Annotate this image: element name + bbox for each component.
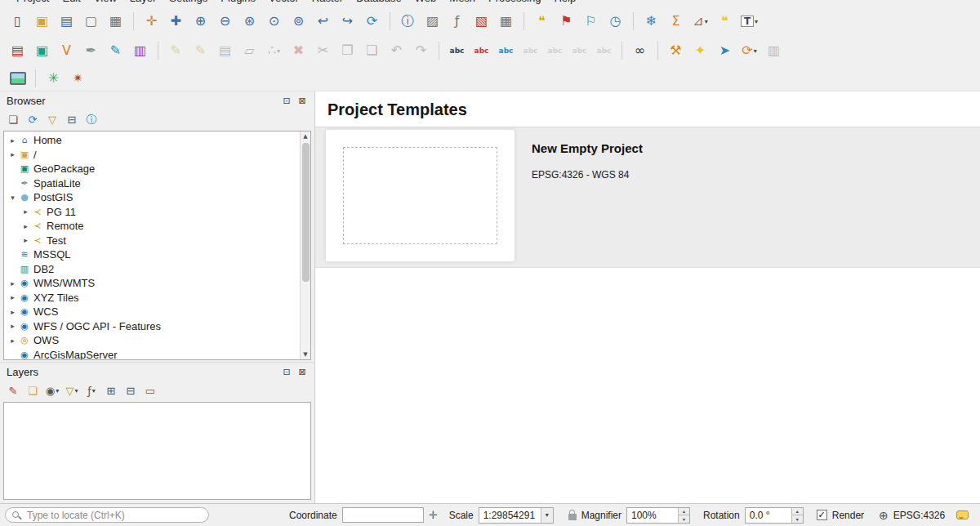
spin-down-icon[interactable]: ▾ (792, 515, 803, 523)
coordinate-input[interactable] (342, 507, 424, 523)
browser-item-spatialite[interactable]: ✒SpatiaLite (4, 176, 300, 191)
expand-arrow-icon[interactable]: ▸ (7, 279, 18, 288)
select-features-button[interactable]: ▨ (421, 11, 443, 33)
zoom-next-button[interactable]: ↪ (336, 11, 359, 33)
extent-icon[interactable]: ✛ (429, 509, 438, 521)
add-selected-layers-button[interactable]: ❏ (5, 111, 21, 127)
browser-item-wms-wmts[interactable]: ▸◉WMS/WMTS (4, 276, 300, 291)
sketch-tool-button[interactable]: ✦ (689, 40, 711, 62)
browser-item-remote[interactable]: ▸≺Remote (4, 219, 300, 234)
layer-labeling-button[interactable]: abc (446, 40, 468, 62)
template-thumbnail[interactable] (325, 129, 515, 262)
spin-up-icon[interactable]: ▴ (792, 508, 803, 515)
identify-features-button[interactable]: ⓘ (397, 11, 419, 33)
menu-plugins[interactable]: Plugins (214, 0, 262, 5)
browser-item-wcs[interactable]: ▸◉WCS (4, 305, 300, 319)
menu-web[interactable]: Web (408, 0, 443, 5)
new-shapefile-layer-button[interactable]: V (56, 40, 78, 62)
open-attribute-table-button[interactable]: ▦ (495, 11, 517, 33)
expand-arrow-icon[interactable]: ▸ (20, 222, 31, 230)
filter-by-expression-button[interactable]: ƒ▾ (83, 382, 100, 399)
osm-tools-button[interactable]: ⚒ (665, 40, 687, 62)
render-checkbox[interactable]: ✓ (817, 510, 827, 520)
zoom-to-selection-button[interactable]: ⊙ (263, 11, 285, 33)
menu-project[interactable]: Project (10, 0, 56, 5)
new-project-button[interactable]: ▯ (7, 11, 29, 33)
menu-processing[interactable]: Processing (482, 0, 547, 5)
browser-close-icon[interactable]: ⊠ (296, 95, 308, 106)
spin-down-icon[interactable]: ▾ (679, 515, 689, 523)
show-bookmarks-button[interactable]: ⚐ (580, 11, 602, 33)
browser-item-ows[interactable]: ▸◎OWS (4, 333, 300, 348)
menu-edit[interactable]: Edit (56, 0, 87, 5)
temporal-controller-button[interactable]: ◷ (604, 11, 626, 33)
browser-scrollbar[interactable]: ▲ ▼ (300, 132, 310, 359)
magnifier-spinner[interactable]: 100% ▴ ▾ (626, 507, 690, 524)
layers-float-icon[interactable]: ⊡ (281, 366, 292, 377)
menu-view[interactable]: View (87, 0, 123, 5)
expand-arrow-icon[interactable]: ▸ (7, 322, 18, 330)
zoom-last-button[interactable]: ↩ (312, 11, 334, 33)
browser-item-[interactable]: ▸▣/ (4, 148, 300, 163)
expand-arrow-icon[interactable]: ▸ (7, 337, 18, 345)
menu-settings[interactable]: Settings (163, 0, 214, 5)
expand-arrow-icon[interactable]: ▸ (7, 150, 18, 158)
zoom-full-button[interactable]: ⊛ (238, 11, 261, 33)
filter-legend-button[interactable]: ▽▾ (64, 382, 80, 399)
crs-globe-icon[interactable]: ⊕ (879, 509, 889, 522)
spin-up-icon[interactable]: ▴ (679, 508, 689, 515)
browser-item-wfs-ogc-api-features[interactable]: ▸◉WFS / OGC API - Features (4, 319, 300, 334)
new-geopackage-layer-button[interactable]: ▣ (31, 40, 53, 62)
browser-item-test[interactable]: ▸≺Test (4, 234, 300, 248)
reload-plugin-button[interactable]: ⟳▾ (738, 40, 760, 62)
menu-vector[interactable]: Vector (262, 0, 305, 5)
processing-toolbox-button[interactable]: ❄ (640, 11, 662, 33)
expand-arrow-icon[interactable]: ▸ (7, 136, 18, 145)
text-annotation-button[interactable]: T▾ (738, 11, 760, 33)
expand-arrow-icon[interactable]: ▸ (20, 236, 31, 244)
browser-item-postgis[interactable]: ▾●PostGIS (4, 190, 300, 205)
expand-arrow-icon[interactable]: ▸ (7, 293, 18, 301)
scale-dropdown-icon[interactable]: ▾ (541, 508, 553, 523)
layers-list-empty[interactable] (3, 402, 311, 500)
browser-item-db2[interactable]: ▥DB2 (4, 262, 300, 277)
zoom-in-button[interactable]: ⊕ (189, 11, 212, 33)
collapse-all-layers-button[interactable]: ⊟ (122, 382, 139, 399)
map-tips-button[interactable]: ❝ (531, 11, 553, 33)
filter-browser-button[interactable]: ▽ (44, 111, 60, 127)
new-temporary-scratch-layer-button[interactable]: ✎ (105, 40, 127, 62)
messages-icon[interactable] (956, 510, 969, 519)
expand-all-button[interactable]: ⊞ (103, 382, 119, 399)
collapse-all-button[interactable]: ⊟ (64, 111, 80, 127)
new-spatialite-layer-button[interactable]: ✒ (80, 40, 102, 62)
menu-database[interactable]: Database (350, 0, 408, 5)
browser-properties-button[interactable]: ⓘ (83, 111, 100, 127)
open-layer-styling-button[interactable]: ✎ (5, 382, 21, 399)
add-group-button[interactable]: ❏ (24, 382, 41, 399)
browser-item-home[interactable]: ▸⌂Home (4, 133, 300, 148)
menu-mesh[interactable]: Mesh (443, 0, 482, 5)
new-virtual-layer-button[interactable]: ▥ (129, 40, 151, 62)
pan-to-selection-button[interactable]: ✚ (165, 11, 187, 33)
expand-arrow-icon[interactable]: ▸ (7, 308, 18, 316)
new-bookmark-button[interactable]: ⚑ (555, 11, 577, 33)
scrollbar-thumb[interactable] (302, 143, 310, 282)
manage-map-themes-button[interactable]: ◉▾ (44, 382, 60, 399)
lock-icon[interactable] (568, 514, 577, 520)
expand-arrow-icon[interactable]: ▾ (7, 194, 18, 202)
browser-item-arcgismapserver[interactable]: ◉ArcGisMapServer (4, 348, 300, 360)
grass-edit-button[interactable]: ✴ (67, 67, 89, 89)
pin-labels-button[interactable]: abc (495, 40, 517, 62)
scale-combo[interactable]: 1:29854291 ▾ (479, 507, 554, 524)
map-preview-button[interactable] (7, 67, 29, 89)
scroll-down-icon[interactable]: ▼ (303, 350, 307, 359)
expand-arrow-icon[interactable]: ▸ (20, 207, 31, 216)
statistical-summary-button[interactable]: Σ (665, 11, 687, 33)
measure-tool-button[interactable]: ⊿▾ (689, 11, 711, 33)
open-project-button[interactable]: ▣ (31, 11, 53, 33)
layout-manager-button[interactable]: ▦ (105, 11, 127, 33)
scroll-up-icon[interactable]: ▲ (303, 132, 307, 141)
browser-item-pg-11[interactable]: ▸≺PG 11 (4, 205, 300, 220)
data-source-manager-button[interactable]: ▤ (7, 40, 29, 62)
menu-layer[interactable]: Layer (123, 0, 163, 5)
